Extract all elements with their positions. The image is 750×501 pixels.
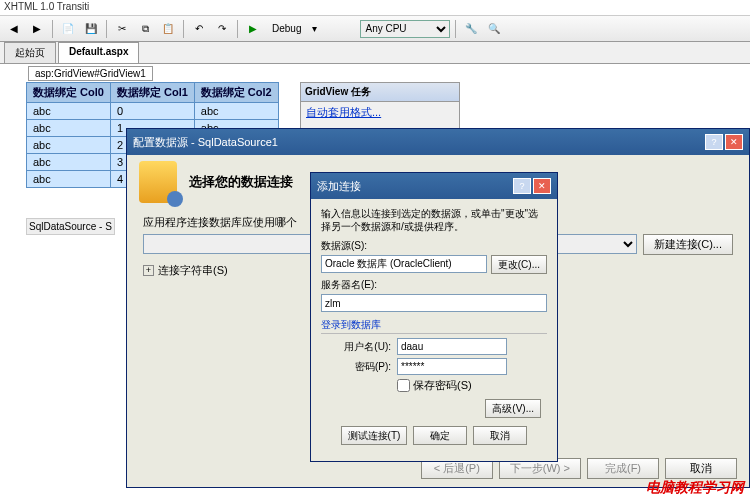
database-icon — [139, 161, 177, 203]
tab-start[interactable]: 起始页 — [4, 42, 56, 63]
close-icon[interactable]: ✕ — [533, 178, 551, 194]
help-icon[interactable]: ? — [705, 134, 723, 150]
wizard-title-text: 配置数据源 - SqlDataSource1 — [133, 135, 278, 150]
cancel-button[interactable]: 取消 — [473, 426, 527, 445]
new-icon[interactable]: 📄 — [58, 19, 78, 39]
tool-icon[interactable]: 🔧 — [461, 19, 481, 39]
cpu-select[interactable]: Any CPU — [360, 20, 450, 38]
main-toolbar: ◀ ▶ 📄 💾 ✂ ⧉ 📋 ↶ ↷ ▶ Debug ▾ Any CPU 🔧 🔍 — [0, 16, 750, 42]
finish-button: 完成(F) — [587, 458, 659, 479]
undo-icon[interactable]: ↶ — [189, 19, 209, 39]
dropdown-icon[interactable]: ▾ — [304, 19, 324, 39]
breadcrumb[interactable]: asp:GridView#GridView1 — [28, 66, 153, 81]
copy-icon[interactable]: ⧉ — [135, 19, 155, 39]
add-connection-dialog: 添加连接 ?✕ 输入信息以连接到选定的数据源，或单击"更改"选择另一个数据源和/… — [310, 172, 558, 462]
password-field[interactable] — [397, 358, 507, 375]
tab-bar: 起始页 Default.aspx — [0, 42, 750, 64]
dialog-titlebar: 添加连接 ?✕ — [311, 173, 557, 199]
username-field[interactable] — [397, 338, 507, 355]
watermark: 电脑教程学习网 — [646, 479, 744, 497]
login-section: 登录到数据库 — [321, 318, 547, 334]
wizard-titlebar: 配置数据源 - SqlDataSource1 ?✕ — [127, 129, 749, 155]
server-field[interactable] — [321, 294, 547, 312]
save-password-label: 保存密码(S) — [413, 378, 472, 393]
back-icon[interactable]: ◀ — [4, 19, 24, 39]
save-icon[interactable]: 💾 — [81, 19, 101, 39]
datasource-field — [321, 255, 487, 273]
dialog-title-text: 添加连接 — [317, 179, 361, 194]
paste-icon[interactable]: 📋 — [158, 19, 178, 39]
ok-button[interactable]: 确定 — [413, 426, 467, 445]
autoformat-link[interactable]: 自动套用格式... — [306, 105, 381, 120]
col-header: 数据绑定 Col2 — [194, 83, 278, 103]
help-icon[interactable]: ? — [513, 178, 531, 194]
password-label: 密码(P): — [339, 360, 391, 374]
tasks-title: GridView 任务 — [301, 83, 459, 102]
change-button[interactable]: 更改(C)... — [491, 255, 547, 274]
test-connection-button[interactable]: 测试连接(T) — [341, 426, 408, 445]
cut-icon[interactable]: ✂ — [112, 19, 132, 39]
datasource-label: 数据源(S): — [321, 239, 547, 253]
redo-icon[interactable]: ↷ — [212, 19, 232, 39]
run-icon[interactable]: ▶ — [243, 19, 263, 39]
dialog-description: 输入信息以连接到选定的数据源，或单击"更改"选择另一个数据源和/或提供程序。 — [321, 207, 547, 233]
server-label: 服务器名(E): — [321, 278, 547, 292]
find-icon[interactable]: 🔍 — [484, 19, 504, 39]
col-header: 数据绑定 Col0 — [27, 83, 111, 103]
col-header: 数据绑定 Col1 — [110, 83, 194, 103]
close-icon[interactable]: ✕ — [725, 134, 743, 150]
new-connection-button[interactable]: 新建连接(C)... — [643, 234, 733, 255]
wizard-header: 选择您的数据连接 — [189, 173, 293, 191]
debug-label: Debug — [272, 23, 301, 34]
username-label: 用户名(U): — [339, 340, 391, 354]
forward-icon[interactable]: ▶ — [27, 19, 47, 39]
sqldatasource-control[interactable]: SqlDataSource - S — [26, 218, 115, 235]
cancel-button[interactable]: 取消 — [665, 458, 737, 479]
advanced-button[interactable]: 高级(V)... — [485, 399, 541, 418]
plus-icon: + — [143, 265, 154, 276]
tab-default[interactable]: Default.aspx — [58, 42, 139, 63]
save-password-checkbox[interactable] — [397, 379, 410, 392]
doctype-bar: XHTML 1.0 Transiti — [0, 0, 750, 16]
